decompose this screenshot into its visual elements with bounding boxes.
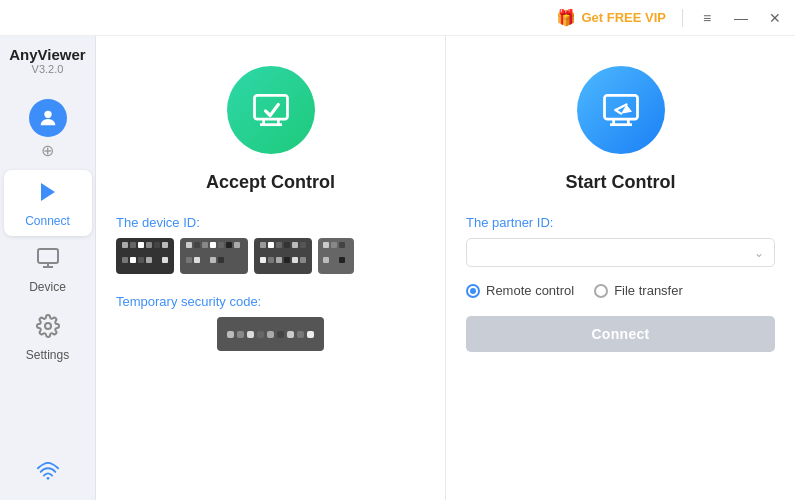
start-control-title: Start Control (566, 172, 676, 193)
start-control-icon-circle (577, 66, 665, 154)
svg-point-5 (45, 323, 51, 329)
device-icon (36, 248, 60, 276)
device-id-label: The device ID: (116, 215, 425, 230)
radio-file-transfer[interactable]: File transfer (594, 283, 683, 298)
window-controls: ≡ — ✕ (695, 6, 787, 30)
device-id-block-1 (116, 238, 174, 274)
security-code-label: Temporary security code: (116, 294, 425, 309)
sidebar: AnyViewer V3.2.0 ⊕ (0, 36, 96, 500)
minimize-button[interactable]: — (729, 6, 753, 30)
radio-options-row: Remote control File transfer (466, 283, 775, 298)
avatar-area: ⊕ (29, 99, 67, 160)
svg-rect-2 (38, 249, 58, 263)
gift-icon: 🎁 (556, 8, 576, 27)
sidebar-settings-label: Settings (26, 348, 69, 362)
connect-button[interactable]: Connect (466, 316, 775, 352)
vip-label: Get FREE VIP (581, 10, 666, 25)
radio-file-circle (594, 284, 608, 298)
svg-line-16 (615, 110, 621, 114)
avatar (29, 99, 67, 137)
vip-button[interactable]: 🎁 Get FREE VIP (556, 8, 666, 27)
accept-control-icon-circle (227, 66, 315, 154)
partner-id-label: The partner ID: (466, 215, 775, 230)
svg-marker-1 (41, 183, 55, 201)
security-code-display (217, 317, 324, 351)
radio-remote-inner (470, 288, 476, 294)
dropdown-chevron-icon: ⌄ (754, 246, 764, 260)
device-id-block-4 (318, 238, 354, 274)
partner-id-input[interactable] (477, 245, 754, 260)
security-code-block (217, 317, 324, 351)
device-id-display (116, 238, 425, 274)
connect-icon (36, 180, 60, 210)
sidebar-item-device[interactable]: Device (4, 238, 92, 302)
menu-button[interactable]: ≡ (695, 6, 719, 30)
wifi-icon-area (37, 460, 59, 486)
radio-file-label: File transfer (614, 283, 683, 298)
sidebar-item-connect[interactable]: Connect (4, 170, 92, 236)
device-id-block-2 (180, 238, 248, 274)
radio-remote-label: Remote control (486, 283, 574, 298)
sidebar-item-profile[interactable]: ⊕ (4, 89, 92, 168)
app-version: V3.2.0 (9, 63, 85, 75)
radio-remote-circle (466, 284, 480, 298)
sidebar-connect-label: Connect (25, 214, 70, 228)
device-id-block-3 (254, 238, 312, 274)
svg-point-0 (44, 111, 51, 118)
accept-control-title: Accept Control (206, 172, 335, 193)
svg-point-6 (46, 477, 49, 480)
main-layout: AnyViewer V3.2.0 ⊕ (0, 36, 795, 500)
connect-button-label: Connect (591, 326, 649, 342)
app-brand: AnyViewer V3.2.0 (9, 46, 85, 75)
close-button[interactable]: ✕ (763, 6, 787, 30)
sidebar-device-label: Device (29, 280, 66, 294)
sidebar-nav: ⊕ Connect (0, 89, 95, 370)
app-name: AnyViewer (9, 46, 85, 63)
title-bar: 🎁 Get FREE VIP ≡ — ✕ (0, 0, 795, 36)
content-area: Accept Control The device ID: (96, 36, 795, 500)
start-control-panel: Start Control The partner ID: ⌄ Remote c… (445, 36, 795, 500)
radio-remote-control[interactable]: Remote control (466, 283, 574, 298)
partner-id-input-row[interactable]: ⌄ (466, 238, 775, 267)
sidebar-item-settings[interactable]: Settings (4, 304, 92, 370)
badge-icon: ⊕ (41, 141, 54, 160)
accept-control-panel: Accept Control The device ID: (96, 36, 445, 500)
settings-icon (36, 314, 60, 344)
divider (682, 9, 683, 27)
